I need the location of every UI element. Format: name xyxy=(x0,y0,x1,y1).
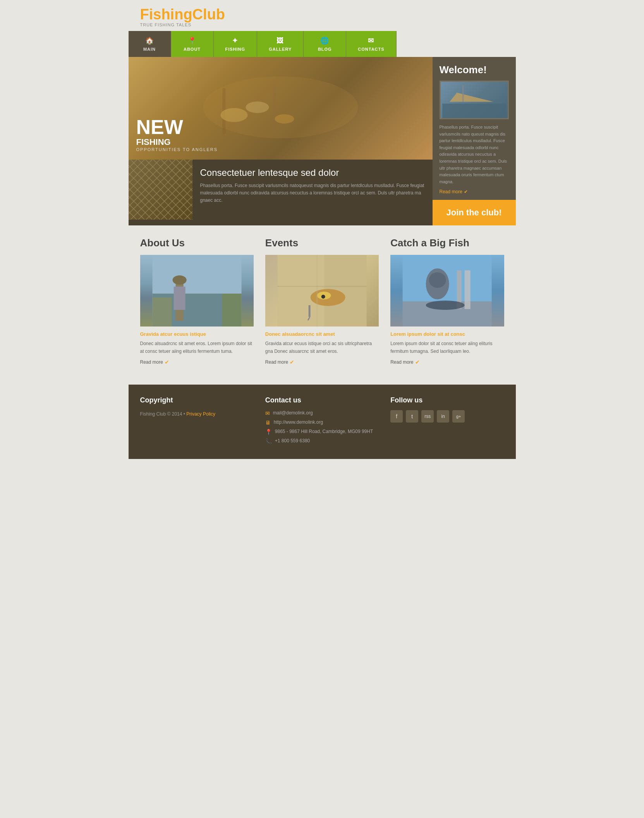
svg-rect-27 xyxy=(465,270,471,309)
svg-rect-24 xyxy=(277,286,366,287)
nav-label-main: MAIN xyxy=(143,47,156,52)
logo-subtitle: TRUE FISHING TALES xyxy=(140,22,225,27)
nav-item-fishing[interactable]: ✦ FISHING xyxy=(214,31,258,57)
fishing-icon: ✦ xyxy=(232,36,238,45)
copyright-title: Copyright xyxy=(140,396,254,404)
nav-item-blog[interactable]: 🌐 BLOG xyxy=(304,31,346,57)
follow-title: Follow us xyxy=(390,396,504,404)
svg-point-12 xyxy=(172,275,186,285)
svg-rect-2 xyxy=(273,80,276,134)
hero-panel-text: Phasellus porta. Fusce suscipit varlusmc… xyxy=(200,182,425,204)
svg-rect-6 xyxy=(442,103,506,118)
columns-grid: About Us Gravida atcur ecuus istique Don… xyxy=(140,237,504,365)
nav-label-about: ABOUT xyxy=(184,47,201,52)
check-icon-1: ✔ xyxy=(165,359,169,365)
header: FishingClub TRUE FISHING TALES xyxy=(129,0,516,31)
social-linkedin[interactable]: in xyxy=(437,410,449,423)
contact-website-text: http://www.demolink.org xyxy=(274,419,323,425)
events-text: Gravida atcur ecuus istique orci ac sis … xyxy=(265,340,379,355)
privacy-policy-link[interactable]: Privacy Policy xyxy=(186,411,215,417)
contact-address: 📍 9865 - 9867 Hill Road, Cambridge, MG09… xyxy=(265,429,379,435)
logo-accent: Club xyxy=(192,6,225,22)
social-twitter[interactable]: t xyxy=(406,410,418,423)
svg-point-4 xyxy=(246,101,269,113)
nav-label-contacts: CONTACTS xyxy=(358,47,384,52)
contact-website: 🖥 http://www.demolink.org xyxy=(265,419,379,426)
nav-item-gallery[interactable]: 🖼 GALLERY xyxy=(257,31,304,57)
hero-left: NEW FISHING OPPORTUNITIES TO ANGLERS Con… xyxy=(129,57,433,225)
contact-phone: 📞 +1 800 559 6380 xyxy=(265,438,379,444)
hero-text-content: Consectetuer lentesque sed dolor Phasell… xyxy=(192,160,433,225)
footer-contact: Contact us ✉ mail@demolink.org 🖥 http://… xyxy=(265,396,379,447)
hero-bottom-panel: Consectetuer lentesque sed dolor Phasell… xyxy=(129,160,433,225)
catch-fish-link[interactable]: Lorem ipsum dolor sit at consc xyxy=(390,331,504,337)
svg-rect-13 xyxy=(173,287,185,310)
main-columns: About Us Gravida atcur ecuus istique Don… xyxy=(129,225,516,376)
svg-point-31 xyxy=(426,301,465,310)
footer: Copyright Fishing Club © 2014 • Privacy … xyxy=(129,385,516,459)
welcome-image xyxy=(440,81,509,119)
about-us-title: About Us xyxy=(140,237,254,249)
catch-fish-image xyxy=(390,255,504,327)
phone-icon: 📞 xyxy=(265,438,272,444)
home-icon: 🏠 xyxy=(145,36,154,45)
read-more-icon: ✔ xyxy=(464,189,468,194)
nav-label-fishing: FISHING xyxy=(225,47,246,52)
svg-point-0 xyxy=(203,76,358,138)
svg-rect-8 xyxy=(462,85,464,101)
welcome-panel: Welcome! Phasellus porta. Fusce suscipit… xyxy=(433,57,516,225)
join-button[interactable]: Join the club! xyxy=(433,200,516,225)
welcome-title: Welcome! xyxy=(440,64,509,76)
address-icon: 📍 xyxy=(265,429,272,435)
catch-fish-read-more[interactable]: Read more ✔ xyxy=(390,359,504,365)
events-read-more[interactable]: Read more ✔ xyxy=(265,359,379,365)
catch-fish-column: Catch a Big Fish Lorem ipsum dolor sit a… xyxy=(390,237,504,365)
hero-text-overlay: NEW FISHING OPPORTUNITIES TO ANGLERS xyxy=(136,117,218,152)
logo: FishingClub xyxy=(140,7,225,22)
nav-item-about[interactable]: 📍 ABOUT xyxy=(171,31,214,57)
about-us-link[interactable]: Gravida atcur ecuus istique xyxy=(140,331,254,337)
contact-email: ✉ mail@demolink.org xyxy=(265,410,379,416)
events-image xyxy=(265,255,379,327)
social-googleplus[interactable]: g+ xyxy=(452,410,465,423)
nav-bar: 🏠 MAIN 📍 ABOUT ✦ FISHING 🖼 GALLERY 🌐 BLO… xyxy=(129,31,516,57)
logo-main: Fishing xyxy=(140,6,192,22)
about-us-text: Donec alsuadrcnc sit amet eros. Lorem ip… xyxy=(140,340,254,355)
svg-point-30 xyxy=(429,272,446,288)
footer-copyright: Copyright Fishing Club © 2014 • Privacy … xyxy=(140,396,254,447)
net-image xyxy=(129,160,192,220)
email-icon: ✉ xyxy=(265,410,270,416)
social-facebook[interactable]: f xyxy=(390,410,403,423)
svg-rect-15 xyxy=(222,294,241,327)
contact-title: Contact us xyxy=(265,396,379,404)
hero-panel-title: Consectetuer lentesque sed dolor xyxy=(200,167,425,178)
events-title: Events xyxy=(265,237,379,249)
hero-subtitle: FISHING xyxy=(136,137,218,147)
events-link[interactable]: Donec alsuadaorcnc sit amet xyxy=(265,331,379,337)
catch-fish-text: Lorem ipsum dolor sit at consc tetuer ai… xyxy=(390,340,504,355)
footer-social: Follow us f t rss in g+ xyxy=(390,396,504,447)
about-us-image xyxy=(140,255,254,327)
check-icon-3: ✔ xyxy=(415,359,420,365)
welcome-read-more[interactable]: Read more ✔ xyxy=(440,189,509,194)
hero-section: NEW FISHING OPPORTUNITIES TO ANGLERS Con… xyxy=(129,57,516,225)
hero-title: NEW xyxy=(136,117,218,137)
nav-item-main[interactable]: 🏠 MAIN xyxy=(129,31,171,57)
website-icon: 🖥 xyxy=(265,419,271,426)
about-us-read-more[interactable]: Read more ✔ xyxy=(140,359,254,365)
blog-icon: 🌐 xyxy=(320,36,329,45)
about-us-column: About Us Gravida atcur ecuus istique Don… xyxy=(140,237,254,365)
svg-rect-21 xyxy=(308,305,310,317)
nav-item-contacts[interactable]: ✉ CONTACTS xyxy=(346,31,396,57)
svg-rect-14 xyxy=(152,297,172,327)
social-rss[interactable]: rss xyxy=(421,410,434,423)
svg-marker-7 xyxy=(450,93,493,102)
about-icon: 📍 xyxy=(188,36,197,45)
contact-email-text: mail@demolink.org xyxy=(273,410,313,416)
svg-rect-23 xyxy=(316,255,318,327)
catch-fish-title: Catch a Big Fish xyxy=(390,237,504,249)
check-icon-2: ✔ xyxy=(290,359,294,365)
welcome-text: Phasellus porta. Fusce suscipit varlusmc… xyxy=(440,124,509,185)
svg-point-20 xyxy=(321,295,325,299)
hero-image: NEW FISHING OPPORTUNITIES TO ANGLERS xyxy=(129,57,433,160)
